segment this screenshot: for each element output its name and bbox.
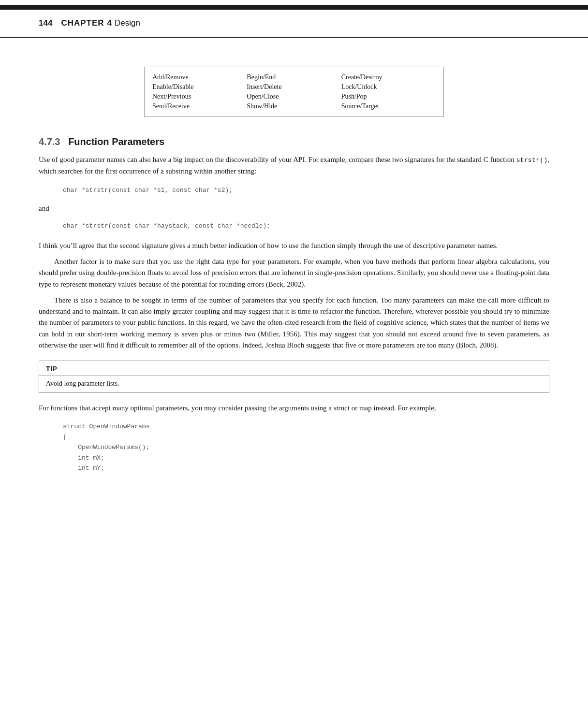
tip-header: TIP bbox=[39, 361, 549, 376]
code-line: int mX; bbox=[63, 453, 549, 463]
main-content: Add/Remove Begin/End Create/Destroy Enab… bbox=[0, 38, 588, 500]
paragraph-5: For functions that accept many optional … bbox=[39, 403, 549, 414]
chapter-number: 4 bbox=[107, 18, 112, 28]
page-header: 144 CHAPTER 4 Design bbox=[0, 5, 588, 38]
and-label: and bbox=[39, 204, 549, 213]
table-row: Enable/Disable Insert/Delete Lock/Unlock bbox=[152, 83, 436, 91]
tip-body: Avoid long parameter lists. bbox=[39, 376, 549, 392]
paragraph-4: There is also a balance to be sought in … bbox=[39, 295, 549, 351]
verb-cell: Create/Destroy bbox=[341, 73, 436, 82]
verb-cell: Next/Previous bbox=[152, 92, 247, 101]
code-line: OpenWindowParams(); bbox=[63, 442, 549, 452]
page-number: 144 bbox=[39, 18, 52, 28]
verb-cell: Show/Hide bbox=[247, 102, 341, 111]
chapter-title: Design bbox=[115, 18, 140, 28]
verb-pairs-table: Add/Remove Begin/End Create/Destroy Enab… bbox=[144, 67, 444, 117]
section-number: 4.7.3 bbox=[39, 136, 60, 147]
verb-cell: Insert/Delete bbox=[247, 83, 341, 91]
table-row: Add/Remove Begin/End Create/Destroy bbox=[152, 73, 436, 82]
code-line: { bbox=[63, 432, 549, 442]
verb-cell: Lock/Unlock bbox=[341, 83, 436, 91]
verb-cell: Push/Pop bbox=[341, 92, 436, 101]
code-line: struct OpenWindowParams bbox=[63, 421, 549, 432]
section-heading: 4.7.3 Function Parameters bbox=[39, 136, 549, 147]
verb-cell: Send/Receive bbox=[152, 102, 247, 111]
chapter-label: CHAPTER bbox=[61, 18, 104, 28]
code-line: char *strstr(const char *haystack, const… bbox=[63, 222, 270, 230]
verb-cell: Begin/End bbox=[247, 73, 341, 82]
top-bar-decoration bbox=[0, 5, 588, 10]
code-block-2: char *strstr(const char *haystack, const… bbox=[39, 218, 549, 235]
verb-cell: Source/Target bbox=[341, 102, 436, 111]
page: 144 CHAPTER 4 Design Add/Remove Begin/En… bbox=[0, 5, 588, 725]
paragraph-1: Use of good parameter names can also hav… bbox=[39, 154, 549, 177]
verb-cell: Enable/Disable bbox=[152, 83, 247, 91]
code-block-1: char *strstr(const char *s1, const char … bbox=[39, 182, 549, 200]
section-title: Function Parameters bbox=[68, 136, 164, 147]
verb-cell: Open/Close bbox=[247, 92, 341, 101]
inline-code: strstr() bbox=[516, 157, 547, 164]
paragraph-2: I think you’ll agree that the second sig… bbox=[39, 240, 549, 251]
tip-box: TIP Avoid long parameter lists. bbox=[39, 361, 549, 393]
code-line: int mY; bbox=[63, 463, 549, 473]
code-block-3: struct OpenWindowParams { OpenWindowPara… bbox=[39, 419, 549, 476]
table-row: Send/Receive Show/Hide Source/Target bbox=[152, 102, 436, 111]
paragraph-3: Another factor is to make sure that you … bbox=[39, 256, 549, 290]
table-row: Next/Previous Open/Close Push/Pop bbox=[152, 92, 436, 101]
code-line: char *strstr(const char *s1, const char … bbox=[63, 187, 233, 194]
verb-cell: Add/Remove bbox=[152, 73, 247, 82]
